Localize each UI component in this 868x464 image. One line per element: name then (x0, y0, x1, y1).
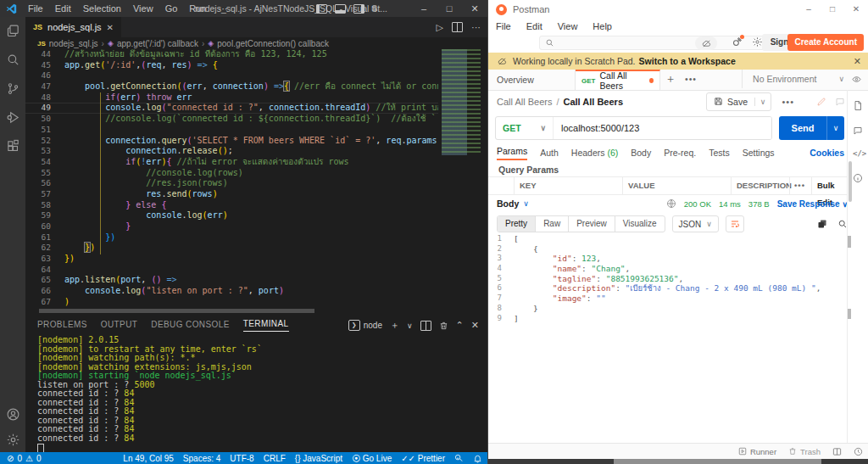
two-pane-icon[interactable] (832, 447, 842, 456)
run-file-icon[interactable]: ▷ (437, 22, 443, 33)
comment-icon[interactable] (835, 97, 845, 107)
breadcrumb-file[interactable]: nodejs_sql.js (49, 39, 98, 48)
menu-go[interactable]: Go (159, 3, 184, 14)
runner-button[interactable]: Runner (738, 447, 776, 456)
terminal-output[interactable]: [nodemon] 2.0.15[nodemon] to restart at … (25, 336, 487, 452)
info-icon[interactable] (853, 173, 863, 183)
tab-headers[interactable]: Headers (6) (571, 148, 618, 158)
save-dropdown-icon[interactable]: ∨ (754, 98, 771, 106)
response-time[interactable]: 14 ms (719, 199, 741, 209)
explorer-icon[interactable] (6, 24, 20, 38)
terminal-dropdown-icon[interactable]: ∨ (407, 321, 413, 330)
menu-edit[interactable]: Edit (519, 21, 550, 31)
edit-pencil-icon[interactable] (816, 97, 826, 107)
code-editor[interactable]: 44//สร้างหน้าย่อย ดึงข้อมูลเฉพาะ id ที่ต… (25, 49, 487, 316)
comments-icon[interactable] (853, 126, 863, 136)
response-body[interactable]: 1[2 {3 "id": 123,4 "name": "Chang",5 "ta… (488, 234, 848, 444)
wrap-lines-icon[interactable] (726, 215, 744, 232)
cookies-link[interactable]: Cookies (810, 148, 844, 158)
close-button[interactable]: ✕ (844, 0, 868, 19)
indentation[interactable]: Spaces: 4 (183, 454, 220, 463)
create-account-button[interactable]: Create Account (787, 34, 864, 51)
close-button[interactable]: ✕ (462, 0, 487, 17)
copy-icon[interactable] (817, 219, 827, 229)
menu-view[interactable]: View (550, 21, 586, 31)
minimize-button[interactable]: – (797, 0, 821, 19)
view-visualize[interactable]: Visualize (615, 216, 665, 232)
cursor-position[interactable]: Ln 49, Col 95 (123, 454, 174, 463)
send-button[interactable]: Send (779, 116, 826, 140)
tab-problems[interactable]: PROBLEMS (37, 320, 87, 332)
minimap[interactable] (438, 49, 487, 155)
tab-body[interactable]: Body (631, 148, 651, 158)
breadcrumb-symbol-1[interactable]: app.get('/:id') callback (117, 39, 198, 48)
maximize-button[interactable]: □ (437, 0, 462, 17)
extensions-icon[interactable] (6, 139, 20, 154)
save-button[interactable]: Save (707, 97, 754, 107)
url-input[interactable] (554, 117, 771, 139)
col-value[interactable]: VALUE (628, 177, 655, 194)
switch-workspace-link[interactable]: Switch to a Workspace (639, 56, 736, 66)
language-mode[interactable]: {} JavaScript (295, 454, 342, 463)
col-description[interactable]: DESCRIPTION (737, 177, 792, 194)
tab-call-all-beers[interactable]: GET Call All Beers (576, 70, 660, 90)
format-selector[interactable]: JSON∨ (672, 215, 719, 232)
editor-more-icon[interactable]: ··· (471, 22, 481, 32)
send-dropdown-icon[interactable]: ∨ (826, 116, 844, 140)
collection-breadcrumb[interactable]: Call All Beers (497, 97, 552, 107)
console-clock-icon[interactable] (854, 447, 863, 456)
method-selector[interactable]: GET∨ (496, 117, 554, 139)
toggle-secondary-sidebar-icon[interactable] (353, 4, 364, 14)
maximize-button[interactable]: □ (821, 0, 844, 19)
eol-sequence[interactable]: CRLF (264, 454, 286, 463)
tab-debug-console[interactable]: DEBUG CONSOLE (151, 320, 229, 332)
split-terminal-icon[interactable] (420, 321, 431, 331)
terminal-profile[interactable]: ❯node (348, 320, 382, 331)
save-response-button[interactable]: Save Response ∨ (777, 199, 848, 209)
go-live[interactable]: ⦿ Go Live (352, 454, 392, 463)
menu-file[interactable]: File (488, 21, 519, 31)
problems-status[interactable]: ⊘0 ⚠0 (0, 454, 41, 463)
taskbar-thumb[interactable] (614, 459, 821, 464)
code-snippet-icon[interactable]: </> (853, 149, 866, 158)
search-icon[interactable] (6, 53, 20, 67)
bulk-edit-button[interactable]: Bulk Edit (817, 177, 848, 194)
source-control-icon[interactable] (6, 81, 20, 96)
breadcrumb-symbol-2[interactable]: pool.getConnection() callback (217, 39, 329, 48)
kill-terminal-icon[interactable] (439, 321, 448, 331)
customize-layout-icon[interactable]: ⧉ (372, 4, 377, 14)
toggle-panel-icon[interactable] (335, 4, 346, 14)
encoding[interactable]: UTF-8 (230, 454, 253, 463)
banner-close-icon[interactable]: ✕ (854, 56, 861, 67)
run-debug-icon[interactable] (6, 110, 20, 125)
network-globe-icon[interactable] (666, 198, 676, 209)
request-more-icon[interactable]: ••• (782, 97, 794, 107)
menu-view[interactable]: View (127, 3, 159, 14)
horizontal-scrollbar[interactable] (39, 309, 314, 313)
view-raw[interactable]: Raw (536, 216, 569, 232)
tab-options-icon[interactable]: ••• (681, 70, 701, 90)
tab-tests[interactable]: Tests (709, 148, 730, 158)
col-key[interactable]: KEY (520, 177, 537, 194)
tab-close-icon[interactable]: ✕ (107, 23, 114, 32)
view-preview[interactable]: Preview (569, 216, 615, 232)
trash-button[interactable]: Trash (788, 447, 821, 456)
tab-overview[interactable]: Overview (488, 70, 576, 90)
split-editor-icon[interactable] (452, 22, 463, 32)
minimize-button[interactable]: – (411, 0, 437, 17)
prettier-status[interactable]: ✓✓ Prettier (401, 454, 445, 463)
tab-output[interactable]: OUTPUT (101, 320, 138, 332)
menu-selection[interactable]: Selection (77, 3, 127, 14)
account-icon[interactable] (6, 407, 20, 422)
menu-file[interactable]: File (22, 3, 49, 14)
table-more-icon[interactable]: ••• (794, 177, 805, 194)
tab-settings[interactable]: Settings (743, 148, 775, 158)
toggle-sidebar-icon[interactable] (316, 4, 327, 14)
close-panel-icon[interactable]: ✕ (471, 320, 479, 331)
documentation-icon[interactable] (853, 100, 863, 111)
environment-selector[interactable]: No Environment∨ (742, 70, 844, 88)
environment-eye-icon[interactable] (851, 75, 862, 84)
feedback-icon[interactable] (454, 454, 464, 463)
status-code[interactable]: 200 OK (684, 199, 711, 209)
view-pretty[interactable]: Pretty (498, 216, 536, 232)
